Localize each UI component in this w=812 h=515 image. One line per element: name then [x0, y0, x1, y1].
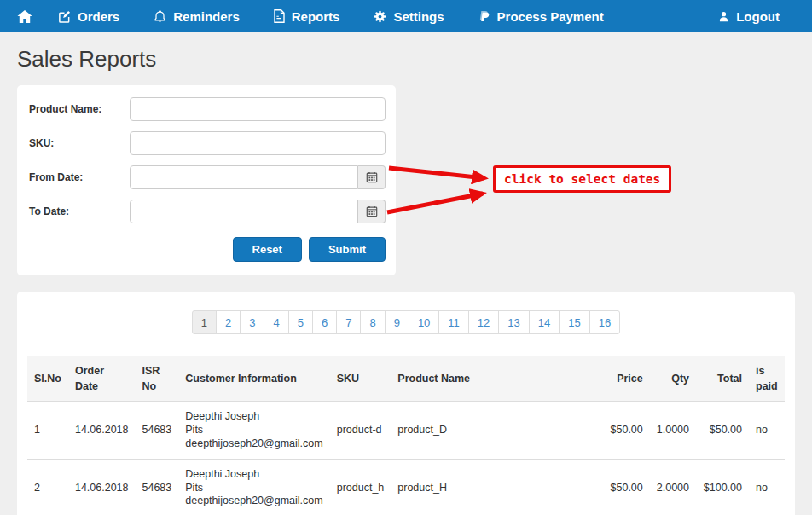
filter-form-card: Product Name:SKU:From Date:To Date: Rese…	[17, 85, 396, 275]
cell-qty: 2.0000	[650, 460, 696, 515]
page-button-16[interactable]: 16	[589, 310, 620, 334]
cell-sl-no: 2	[27, 460, 68, 515]
page-button-2[interactable]: 2	[216, 310, 241, 334]
navbar: OrdersRemindersReportsSettingsProcess Pa…	[0, 0, 812, 32]
page-button-5[interactable]: 5	[288, 310, 313, 334]
to-date-label: To Date:	[29, 205, 130, 217]
product-name-input[interactable]	[130, 97, 386, 121]
from-date-input-group	[130, 165, 386, 189]
form-row-to-date: To Date:	[29, 200, 386, 223]
nav-item-home[interactable]	[15, 10, 41, 23]
from-date-datepicker-button[interactable]	[358, 165, 386, 189]
nav-item-label: Orders	[78, 9, 119, 24]
page-button-4[interactable]: 4	[264, 310, 288, 334]
user-icon	[718, 11, 729, 22]
cell-isr-no: 54683	[136, 402, 179, 460]
cell-customer: Deepthi Joseph Pits deepthijoseph20@gmai…	[178, 460, 329, 515]
pagination: 12345678910111213141516	[27, 310, 785, 334]
calendar-icon	[366, 171, 378, 183]
form-row-sku: SKU:	[29, 131, 386, 155]
nav-item-label: Reports	[292, 9, 340, 24]
nav-item-process-payment[interactable]: Process Payment	[461, 9, 621, 24]
cell-order-date: 14.06.2018	[68, 402, 136, 460]
nav-item-settings[interactable]: Settings	[357, 9, 461, 24]
page-button-7[interactable]: 7	[336, 310, 361, 334]
page-button-9[interactable]: 9	[385, 310, 409, 334]
paypal-icon	[478, 9, 490, 23]
filter-form-wrap: Product Name:SKU:From Date:To Date: Rese…	[17, 85, 795, 275]
calendar-icon	[366, 205, 378, 217]
to-date-input-group	[130, 200, 386, 223]
form-buttons: Reset Submit	[29, 237, 386, 262]
edit-icon	[58, 10, 71, 23]
column-header-is-paid: is paid	[749, 356, 785, 402]
table-row: 114.06.201854683Deepthi Joseph Pits deep…	[27, 402, 785, 460]
page-button-6[interactable]: 6	[312, 310, 337, 334]
cell-total: $100.00	[696, 460, 749, 515]
column-header-isr-no: ISR No	[136, 356, 179, 402]
cell-isr-no: 54683	[136, 460, 179, 515]
file-icon	[274, 9, 285, 23]
cell-customer: Deepthi Joseph Pits deepthijoseph20@gmai…	[178, 402, 329, 460]
column-header-sku: SKU	[330, 356, 392, 402]
to-date-datepicker-button[interactable]	[358, 200, 386, 223]
page-button-12[interactable]: 12	[468, 310, 499, 334]
cell-qty: 1.0000	[650, 402, 696, 460]
column-header-customer-information: Customer Information	[178, 356, 329, 402]
nav-item-reports[interactable]: Reports	[257, 9, 357, 24]
cell-order-date: 14.06.2018	[68, 460, 136, 515]
form-row-product-name: Product Name:	[29, 97, 386, 121]
column-header-order-date: Order Date	[68, 356, 136, 402]
sales-report-table: Sl.NoOrder DateISR NoCustomer Informatio…	[27, 356, 785, 515]
from-date-label: From Date:	[29, 171, 130, 183]
page-button-8[interactable]: 8	[360, 310, 385, 334]
sku-label: SKU:	[29, 137, 130, 149]
cell-is-paid: no	[749, 460, 785, 515]
report-table-card: 12345678910111213141516 Sl.NoOrder DateI…	[17, 292, 795, 515]
to-date-input[interactable]	[130, 200, 358, 223]
page-title: Sales Reports	[17, 46, 795, 72]
nav-item-orders[interactable]: Orders	[41, 9, 136, 24]
column-header-total: Total	[696, 356, 749, 402]
product-name-input-group	[130, 97, 386, 121]
cell-total: $50.00	[696, 402, 749, 460]
table-header-row: Sl.NoOrder DateISR NoCustomer Informatio…	[27, 356, 785, 402]
logout-button[interactable]: Logout	[701, 9, 797, 24]
reset-button[interactable]: Reset	[233, 237, 302, 262]
logout-label: Logout	[736, 9, 780, 24]
page-button-13[interactable]: 13	[498, 310, 529, 334]
page-button-11[interactable]: 11	[438, 310, 469, 334]
nav-item-label: Reminders	[173, 9, 240, 24]
form-row-from-date: From Date:	[29, 165, 386, 189]
page-button-10[interactable]: 10	[409, 310, 439, 334]
gear-icon	[374, 10, 386, 23]
cell-sku: product_h	[330, 460, 392, 515]
nav-item-label: Process Payment	[497, 9, 604, 24]
nav-item-label: Settings	[393, 9, 444, 24]
page-button-1[interactable]: 1	[192, 310, 217, 334]
column-header-qty: Qty	[650, 356, 696, 402]
cell-price: $50.00	[599, 460, 650, 515]
main-content: Product Name:SKU:From Date:To Date: Rese…	[0, 85, 812, 515]
product-name-label: Product Name:	[29, 103, 130, 115]
filter-form-rows: Product Name:SKU:From Date:To Date:	[29, 97, 386, 223]
bell-icon	[154, 9, 166, 23]
annotation-click-to-select-dates: click to select dates	[493, 165, 671, 193]
page-button-15[interactable]: 15	[559, 310, 589, 334]
page-button-3[interactable]: 3	[240, 310, 264, 334]
column-header-sl-no: Sl.No	[27, 356, 68, 402]
column-header-price: Price	[599, 356, 650, 402]
nav-item-reminders[interactable]: Reminders	[136, 9, 257, 24]
page-button-14[interactable]: 14	[529, 310, 560, 334]
column-header-product-name: Product Name	[391, 356, 598, 402]
home-icon	[17, 10, 32, 23]
submit-button[interactable]: Submit	[309, 237, 386, 262]
cell-is-paid: no	[749, 402, 785, 460]
nav-items: OrdersRemindersReportsSettingsProcess Pa…	[15, 9, 621, 24]
cell-sku: product-d	[330, 402, 392, 460]
cell-sl-no: 1	[27, 402, 68, 460]
from-date-input[interactable]	[130, 165, 358, 189]
cell-product-name: product_H	[391, 460, 598, 515]
table-row: 214.06.201854683Deepthi Joseph Pits deep…	[27, 460, 785, 515]
sku-input[interactable]	[130, 131, 386, 155]
